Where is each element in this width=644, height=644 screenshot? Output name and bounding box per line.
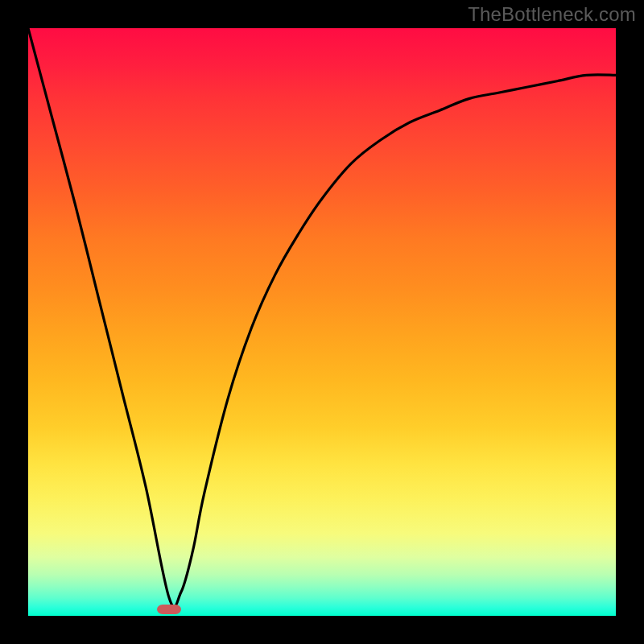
optimal-marker: [157, 605, 181, 614]
bottleneck-curve: [28, 28, 616, 616]
plot-area: [28, 28, 616, 616]
watermark-text: TheBottleneck.com: [468, 3, 636, 26]
chart-container: TheBottleneck.com: [0, 0, 644, 644]
